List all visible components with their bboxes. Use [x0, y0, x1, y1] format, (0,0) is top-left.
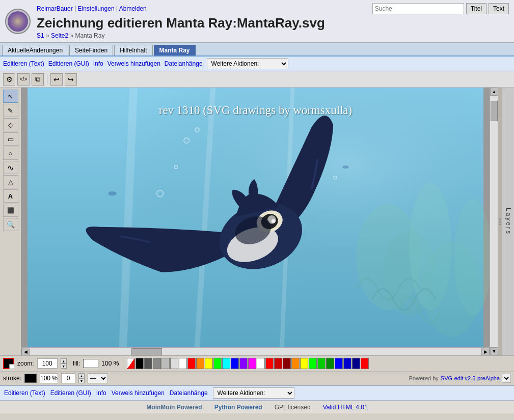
- text-button[interactable]: Text: [489, 3, 509, 14]
- palette-black[interactable]: [136, 358, 144, 369]
- html-link[interactable]: Valid HTML 4.01: [323, 404, 368, 411]
- pencil-tool-btn[interactable]: ✎: [3, 104, 18, 117]
- palette-orange2[interactable]: [291, 358, 300, 369]
- zoom-up-btn[interactable]: ▲: [61, 358, 67, 363]
- stroke-opacity-input[interactable]: 100 %: [40, 373, 58, 383]
- menu-editieren-gui[interactable]: Editieren (GUI): [48, 60, 89, 67]
- settings-button[interactable]: ⚙: [3, 73, 15, 86]
- palette-light-gray[interactable]: [161, 358, 170, 369]
- select-tool-btn[interactable]: ↖: [3, 90, 18, 103]
- python-text: Python Powered: [214, 404, 262, 411]
- shape-tool-btn[interactable]: ◇: [3, 118, 18, 131]
- tab-hilfeinhalt[interactable]: HilfeInhalt: [114, 45, 152, 55]
- palette-blue[interactable]: [231, 358, 239, 369]
- text-tool-btn[interactable]: A: [3, 189, 18, 203]
- bottom-mehr-aktionen-select[interactable]: Weitere Aktionen: Umbenennen Kopieren Lö…: [213, 387, 294, 399]
- h-scroll-right-btn[interactable]: ▶: [481, 348, 490, 355]
- layers-resize-handle[interactable]: [498, 88, 502, 355]
- search-input[interactable]: [372, 3, 464, 14]
- svg-edit-link[interactable]: SVG-edit v2.5-preAlpha: [441, 375, 500, 381]
- palette-transparent[interactable]: [127, 358, 135, 369]
- palette-extra1[interactable]: [361, 358, 369, 369]
- v-scroll-down-btn[interactable]: ▼: [490, 347, 498, 355]
- ellipse-tool-btn[interactable]: ○: [3, 147, 18, 160]
- stroke-up-btn[interactable]: ▲: [78, 373, 85, 378]
- svg-credit-dropdown[interactable]: ▼: [502, 374, 511, 383]
- palette-green[interactable]: [309, 358, 317, 369]
- dash-select[interactable]: — - - ···: [88, 373, 108, 383]
- tab-seitefinden[interactable]: SeiteFinden: [69, 45, 113, 55]
- h-scroll-thumb[interactable]: [131, 348, 162, 355]
- palette-white2[interactable]: [257, 358, 265, 369]
- redo-button[interactable]: ↪: [65, 73, 77, 86]
- rect-tool-btn[interactable]: ▭: [3, 132, 18, 146]
- palette-silver[interactable]: [170, 358, 178, 369]
- palette-magenta[interactable]: [248, 358, 256, 369]
- canvas-scroll[interactable]: rev 1310 (SVG drawings by wormsxulla): [21, 88, 490, 347]
- menu-info-bottom[interactable]: Info: [96, 389, 106, 397]
- v-scroll-thumb[interactable]: [491, 101, 498, 121]
- logout-link[interactable]: Abmelden: [119, 5, 147, 12]
- h-scrollbar[interactable]: ◀ ▶: [21, 347, 490, 355]
- stroke-color-swatch[interactable]: [24, 374, 37, 383]
- undo-button[interactable]: ↩: [50, 73, 63, 86]
- v-scroll-track[interactable]: [490, 96, 498, 347]
- palette-dark-gray[interactable]: [144, 358, 152, 369]
- menu-dateianhange[interactable]: Dateianhänge: [165, 60, 203, 67]
- breadcrumb-s1[interactable]: S1: [37, 32, 44, 39]
- bottom-menu-verweis[interactable]: Verweis hinzufügen: [112, 389, 165, 397]
- bottom-menu-dateianhange[interactable]: Dateianhänge: [170, 389, 208, 397]
- editor-toolbar: ⚙ </> ⧉ ↩ ↪: [0, 71, 514, 88]
- palette-dark-green[interactable]: [317, 358, 326, 369]
- clone-button[interactable]: ⧉: [32, 73, 44, 86]
- fill-color-swatch[interactable]: [83, 359, 98, 368]
- tab-manta-ray[interactable]: Manta Ray: [154, 45, 196, 55]
- zoom-tool-btn[interactable]: 🔍: [3, 218, 18, 231]
- bottom-menu-editieren-gui[interactable]: Editieren (GUI): [50, 389, 91, 397]
- menu-info-top[interactable]: Info: [93, 60, 103, 67]
- stroke-width-spinner[interactable]: ▲ ▼: [78, 373, 85, 383]
- title-button[interactable]: Titel: [466, 3, 486, 14]
- palette-yellow2[interactable]: [300, 358, 308, 369]
- stroke-width-input[interactable]: 0: [61, 373, 75, 383]
- fill-percent-label: 100 %: [101, 360, 119, 367]
- tab-aktuelle[interactable]: AktuelleÄnderungen: [2, 45, 68, 55]
- v-scroll-up-btn[interactable]: ▲: [490, 88, 498, 96]
- zoom-spinner[interactable]: ▲ ▼: [61, 358, 67, 369]
- palette-blue2[interactable]: [335, 358, 343, 369]
- palette-cyan[interactable]: [222, 358, 230, 369]
- palette-darkest-blue[interactable]: [352, 358, 360, 369]
- palette-dark-red[interactable]: [274, 358, 282, 369]
- palette-darkest-green[interactable]: [326, 358, 334, 369]
- triangle-tool-btn[interactable]: △: [3, 175, 18, 188]
- fill-tool-btn[interactable]: ⬛: [3, 204, 18, 217]
- stroke-down-btn[interactable]: ▼: [78, 378, 85, 383]
- color-mode-btn[interactable]: [3, 358, 14, 369]
- palette-yellow[interactable]: [205, 358, 213, 369]
- palette-orange[interactable]: [196, 358, 204, 369]
- palette-white[interactable]: [179, 358, 187, 369]
- palette-violet[interactable]: [239, 358, 248, 369]
- palette-darkest-red[interactable]: [283, 358, 291, 369]
- palette-dark-blue[interactable]: [343, 358, 351, 369]
- v-scrollbar[interactable]: ▲ ▼: [490, 88, 498, 355]
- layers-panel[interactable]: Layers: [502, 88, 514, 355]
- h-scroll-track[interactable]: [30, 348, 481, 355]
- zoom-input[interactable]: 100: [37, 358, 58, 369]
- menu-verweis[interactable]: Verweis hinzufügen: [107, 60, 160, 67]
- palette-gray[interactable]: [153, 358, 161, 369]
- menu-editieren-text[interactable]: Editieren (Text): [3, 60, 44, 67]
- h-scroll-left-btn[interactable]: ◀: [21, 348, 30, 355]
- settings-link[interactable]: Einstellungen: [78, 5, 115, 12]
- username-link[interactable]: ReimarBauer: [37, 5, 73, 12]
- xml-button[interactable]: </>: [17, 73, 30, 86]
- zoom-down-btn[interactable]: ▼: [61, 363, 67, 369]
- bottom-menu-editieren-text[interactable]: Editieren (Text): [4, 389, 45, 397]
- palette-lime[interactable]: [213, 358, 222, 369]
- palette-red[interactable]: [187, 358, 196, 369]
- path-tool-btn[interactable]: ∿: [3, 161, 18, 174]
- mehr-aktionen-select[interactable]: Weitere Aktionen: Umbenennen Kopieren Lö…: [207, 58, 288, 69]
- svg-canvas[interactable]: rev 1310 (SVG drawings by wormsxulla): [21, 88, 490, 347]
- palette-red2[interactable]: [265, 358, 274, 369]
- breadcrumb-s2[interactable]: Seite2: [51, 32, 68, 39]
